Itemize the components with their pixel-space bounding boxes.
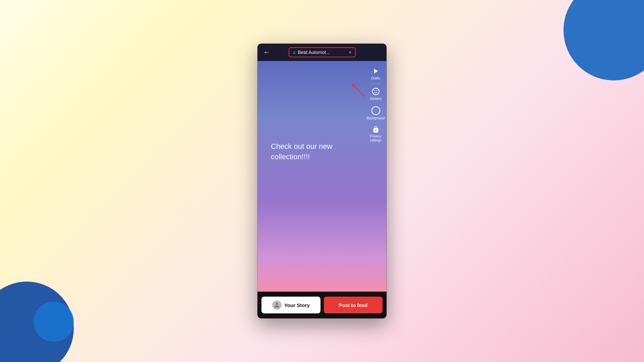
sidebar-item-drafts[interactable]: Drafts (370, 64, 382, 83)
story-canvas: Drafts Stickers Background (258, 61, 387, 292)
back-button[interactable]: ← (262, 47, 272, 58)
drafts-label: Drafts (371, 76, 380, 80)
top-bar: ← ♫ Beat Automot... × (258, 44, 387, 61)
svg-point-0 (372, 88, 379, 95)
svg-line-3 (354, 85, 365, 97)
bottom-bar: Your Story Post to feed (258, 292, 387, 318)
sidebar-divider-1 (371, 84, 381, 84)
close-music-button[interactable]: × (349, 50, 352, 55)
red-arrow-annotation (348, 81, 368, 103)
your-story-button[interactable]: Your Story (262, 297, 321, 313)
drafts-icon (372, 67, 380, 75)
privacy-label: Privacysettings (370, 134, 381, 142)
background-label: Background (367, 116, 384, 120)
post-feed-label: Post to feed (339, 302, 368, 308)
post-to-feed-button[interactable]: Post to feed (324, 297, 383, 313)
music-note-icon: ♫ (292, 50, 296, 55)
phone-frame: ← ♫ Beat Automot... × Drafts (258, 44, 387, 318)
svg-point-1 (374, 90, 375, 91)
music-tag[interactable]: ♫ Beat Automot... × (288, 47, 356, 57)
stickers-label: Stickers (370, 97, 382, 101)
sidebar-item-background[interactable]: Background (365, 104, 386, 123)
music-label: Beat Automot... (298, 50, 347, 55)
decorative-circle-bottom-left-small (34, 302, 74, 342)
sidebar-item-privacy[interactable]: Privacysettings (369, 123, 383, 145)
avatar-icon (272, 300, 281, 310)
background-icon (371, 106, 380, 115)
stickers-icon (372, 87, 380, 96)
lock-icon (372, 126, 379, 133)
svg-point-2 (376, 90, 377, 91)
your-story-label: Your Story (284, 302, 310, 308)
sidebar-item-stickers[interactable]: Stickers (368, 85, 383, 104)
story-text: Check out our new collection!!!! (271, 141, 358, 162)
